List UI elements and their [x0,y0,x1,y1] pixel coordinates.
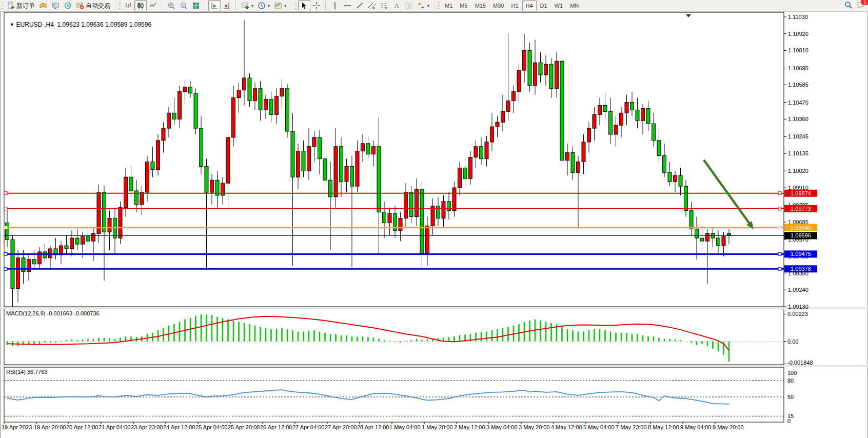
timeframe-d1[interactable]: D1 [537,0,551,11]
vertical-line-button[interactable] [329,0,341,11]
svg-text:21 Apr 04:00: 21 Apr 04:00 [98,424,130,430]
equidistant-channel-button[interactable]: E [366,0,378,11]
crosshair-button[interactable] [310,0,323,11]
svg-text:27 Apr 20:00: 27 Apr 20:00 [325,424,357,430]
zoom-out-button[interactable] [177,0,190,11]
candlestick-chart-button[interactable] [134,0,147,11]
toolbar-grip[interactable] [295,2,297,9]
svg-text:0.00223: 0.00223 [787,311,808,317]
panel-separator[interactable] [0,307,868,309]
line-chart-button[interactable] [147,0,159,11]
horizontal-line-button[interactable] [341,0,353,11]
search-icon[interactable] [844,1,853,11]
timeframe-mn[interactable]: MN [566,0,582,11]
svg-text:E: E [373,7,375,10]
new-order-button[interactable]: 新订单 [5,0,37,11]
dropdown-caret: ▾ [427,4,429,8]
svg-text:1.10810: 1.10810 [788,47,808,53]
svg-text:1.10360: 1.10360 [788,116,808,122]
bar-chart-button[interactable] [122,0,134,11]
svg-text:19 Apr 2023: 19 Apr 2023 [2,424,32,430]
svg-text:1.10470: 1.10470 [788,99,808,106]
notifications-button[interactable]: 1 [857,1,866,11]
macd-panel[interactable] [4,309,784,365]
timeframe-w1[interactable]: W1 [551,0,567,11]
svg-text:1 May 04:00: 1 May 04:00 [389,424,421,430]
timeframe-h1[interactable]: H1 [507,0,522,11]
autotrading-button[interactable]: 自动交易 [74,0,112,11]
timeframe-m15[interactable]: M15 [471,0,489,11]
text-label-button[interactable]: T [403,0,415,11]
chart-shift-button[interactable] [221,0,233,11]
svg-text:A: A [394,2,399,9]
periods-button[interactable]: ▾ [255,0,272,11]
market-watch-button[interactable] [37,0,49,11]
text-label-icon: T [405,2,413,10]
svg-text:0: 0 [787,418,791,424]
svg-text:9 May 20:00: 9 May 20:00 [713,424,744,430]
timeframe-m5[interactable]: M5 [456,0,471,11]
indicators-icon [241,2,249,10]
toolbar-grip[interactable] [119,2,121,9]
templates-button[interactable]: ▾ [272,0,288,11]
text-icon: A [392,2,401,10]
svg-text:9 May 04:00: 9 May 04:00 [680,424,712,430]
terminal-icon [51,2,60,10]
line-chart-icon [149,2,157,10]
vertical-line-icon [331,2,339,10]
trendline-button[interactable] [353,0,366,11]
svg-text:20 Apr 12:00: 20 Apr 12:00 [66,424,98,430]
new-order-label: 新订单 [16,2,35,10]
svg-text:3 May 20:00: 3 May 20:00 [519,424,550,430]
auto-scroll-icon [210,2,219,10]
toolbar-grip[interactable] [2,2,3,9]
chart-canvas[interactable]: 1.110301.109201.108101.106951.105851.104… [0,0,868,438]
svg-text:5 May 04:00: 5 May 04:00 [583,424,615,430]
toolbar-separator [115,1,116,10]
arrows-button[interactable]: ▾ [415,0,431,11]
timeframe-m30[interactable]: M30 [489,0,507,11]
arrows-icon [417,2,425,10]
main-toolbar: 新订单 自动交易 ▾ ▾ ▾ [0,0,868,12]
zoom-in-button[interactable] [165,0,177,11]
terminal-button[interactable] [49,0,62,11]
timeframe-group: M1M5M15M30H1H4D1W1MN [437,0,583,11]
svg-text:1.10135: 1.10135 [788,150,808,156]
svg-text:F: F [385,7,387,10]
toolbar-separator [205,1,206,10]
toolbar-grip[interactable] [438,2,440,9]
svg-text:7 May 23:00: 7 May 23:00 [616,424,647,430]
indicators-button[interactable]: ▾ [239,0,255,11]
zoom-in-icon [167,2,175,10]
auto-scroll-button[interactable] [208,0,221,11]
svg-text:1.09874: 1.09874 [791,190,811,196]
toolbar-separator [162,1,163,10]
crosshair-icon [312,2,321,10]
svg-text:1.10695: 1.10695 [788,65,808,71]
candlestick-chart-icon [136,2,145,10]
svg-text:1.09378: 1.09378 [791,266,811,272]
rsi-panel[interactable] [4,367,784,422]
svg-text:25 Apr 04:00: 25 Apr 04:00 [195,424,227,430]
panel-separator[interactable] [0,365,868,367]
svg-text:1.09596: 1.09596 [791,232,811,238]
trendline-icon [356,2,364,10]
svg-text:1.09240: 1.09240 [788,287,808,293]
svg-text:1.10245: 1.10245 [788,133,808,140]
cursor-button[interactable] [298,0,310,11]
svg-text:T: T [408,4,411,9]
time-axis[interactable]: 19 Apr 202319 Apr 20:0020 Apr 12:0021 Ap… [2,422,744,430]
svg-text:50: 50 [787,394,794,400]
symbol-dropdown-arrow[interactable]: ▼ [10,22,14,27]
market-watch-icon [39,2,47,10]
tile-windows-button[interactable] [190,0,202,11]
svg-text:23 Apr 23:00: 23 Apr 23:00 [131,424,163,430]
text-button[interactable]: A [390,0,403,11]
timeframe-h4[interactable]: H4 [522,0,537,11]
svg-text:1.10585: 1.10585 [788,82,808,88]
svg-text:27 Apr 04:00: 27 Apr 04:00 [292,424,324,430]
timeframe-m1[interactable]: M1 [441,0,456,11]
signals-button[interactable] [62,0,74,11]
main-price-panel[interactable] [4,12,784,307]
fibonacci-button[interactable]: F [378,0,390,11]
